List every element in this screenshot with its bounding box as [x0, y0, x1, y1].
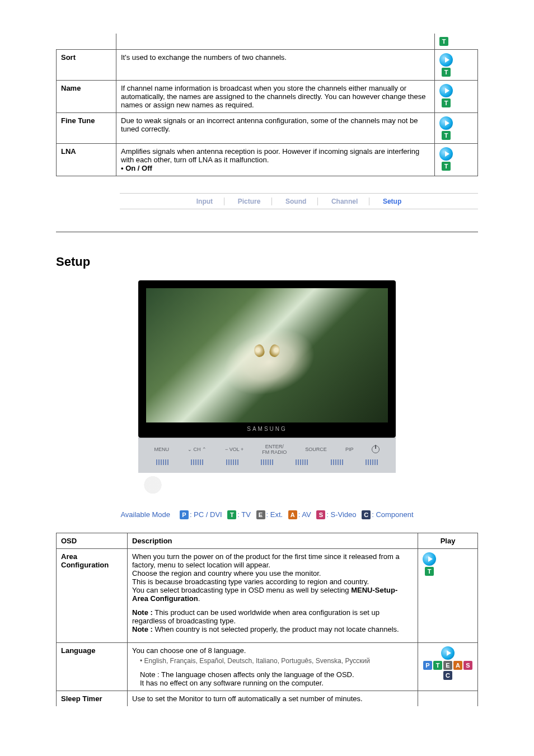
play-icon[interactable] — [439, 147, 453, 161]
mode-chip-p-icon: P — [180, 510, 189, 519]
play-icon[interactable] — [439, 116, 453, 130]
tab-sound[interactable]: Sound — [274, 198, 318, 205]
desc-lna: Amplifies signals when antenna reception… — [116, 144, 435, 176]
tab-channel[interactable]: Channel — [320, 198, 369, 205]
speaker-grille-icon — [366, 459, 378, 465]
mode-chip-c-icon: C — [362, 510, 371, 519]
product-illustration: SAMSUNG MENU ⌄ CH ⌃ − VOL + ENTER/ FM RA… — [138, 280, 396, 500]
row-name: Name If channel name information is broa… — [57, 81, 478, 113]
channel-settings-table: T Sort It's used to exchange the numbers… — [56, 34, 478, 176]
row-fine-tune: Fine Tune Due to weak signals or an inco… — [57, 113, 478, 144]
row-sort: Sort It's used to exchange the numbers o… — [57, 50, 478, 81]
mode-chip-t-icon: T — [439, 37, 448, 46]
header-osd: OSD — [57, 533, 128, 548]
mode-chip-s-icon: S — [463, 661, 472, 670]
hand-pointer-icon — [140, 475, 165, 500]
mode-chip-a-icon: A — [453, 661, 462, 670]
divider — [56, 232, 478, 232]
tv-brand-label: SAMSUNG — [146, 422, 388, 433]
label-lna: LNA — [57, 144, 116, 176]
row-lna: LNA Amplifies signals when antenna recep… — [57, 144, 478, 176]
speaker-grille-icon — [191, 459, 203, 465]
desc-sort: It's used to exchange the numbers of two… — [116, 50, 435, 81]
mode-chip-t-icon: T — [442, 98, 451, 107]
mode-chip-a-icon: A — [288, 510, 297, 519]
tv-btn-vol[interactable]: − VOL + — [225, 447, 243, 452]
label-fine-tune: Fine Tune — [57, 113, 116, 144]
desc-sleep-timer: Use to set the Monitor to turn off autom… — [128, 691, 418, 706]
desc-name: If channel name information is broadcast… — [116, 81, 435, 113]
mode-chip-t-icon: T — [425, 567, 434, 576]
tv-btn-source[interactable]: SOURCE — [305, 447, 327, 452]
row-language: Language You can choose one of 8 languag… — [57, 642, 478, 691]
desc-area-configuration: When you turn the power on of the produc… — [128, 548, 418, 642]
play-icon[interactable] — [423, 552, 436, 566]
label-language: Language — [57, 642, 128, 691]
speaker-grille-icon — [296, 459, 308, 465]
play-icon[interactable] — [439, 53, 453, 67]
section-tabs: Input Picture Sound Channel Setup — [120, 193, 478, 209]
power-icon[interactable] — [372, 445, 380, 453]
mode-chip-p-icon: P — [423, 661, 432, 670]
mode-chip-c-icon: C — [443, 671, 452, 680]
mode-chip-t-icon: T — [227, 510, 236, 519]
mode-chip-e-icon: E — [443, 661, 452, 670]
label-name: Name — [57, 81, 116, 113]
label-sort: Sort — [57, 50, 116, 81]
available-mode-legend: Available Mode P: PC / DVI T: TV E: Ext.… — [56, 510, 478, 519]
tab-setup[interactable]: Setup — [372, 198, 413, 205]
tv-btn-enter[interactable]: ENTER/ FM RADIO — [262, 444, 287, 455]
tab-picture[interactable]: Picture — [227, 198, 273, 205]
tab-input[interactable]: Input — [185, 198, 224, 205]
row-sleep-timer: Sleep Timer Use to set the Monitor to tu… — [57, 691, 478, 706]
tv-btn-menu[interactable]: MENU — [154, 447, 170, 452]
header-description: Description — [128, 533, 418, 548]
speaker-grille-icon — [156, 459, 168, 465]
mode-chip-t-icon: T — [442, 162, 451, 171]
setup-settings-table: OSD Description Play Area Configuration … — [56, 533, 478, 706]
play-icon[interactable] — [441, 646, 455, 660]
play-icon[interactable] — [439, 84, 453, 97]
row-area-configuration: Area Configuration When you turn the pow… — [57, 548, 478, 642]
speaker-grille-icon — [261, 459, 273, 465]
desc-language: You can choose one of 8 language. • Engl… — [128, 642, 418, 691]
mode-chip-t-icon: T — [442, 131, 451, 140]
section-title: Setup — [56, 255, 478, 269]
speaker-grille-icon — [331, 459, 343, 465]
mode-chip-s-icon: S — [316, 510, 325, 519]
mode-chip-t-icon: T — [433, 661, 442, 670]
mode-chip-e-icon: E — [256, 510, 265, 519]
speaker-grille-icon — [226, 459, 238, 465]
tv-btn-ch[interactable]: ⌄ CH ⌃ — [188, 447, 207, 452]
tv-screen — [146, 288, 388, 422]
tv-btn-pip[interactable]: PIP — [345, 447, 354, 452]
desc-fine-tune: Due to weak signals or an incorrect ante… — [116, 113, 435, 144]
label-area-configuration: Area Configuration — [57, 548, 128, 642]
label-sleep-timer: Sleep Timer — [57, 691, 128, 706]
header-play: Play — [418, 533, 478, 548]
mode-chip-t-icon: T — [442, 68, 451, 77]
